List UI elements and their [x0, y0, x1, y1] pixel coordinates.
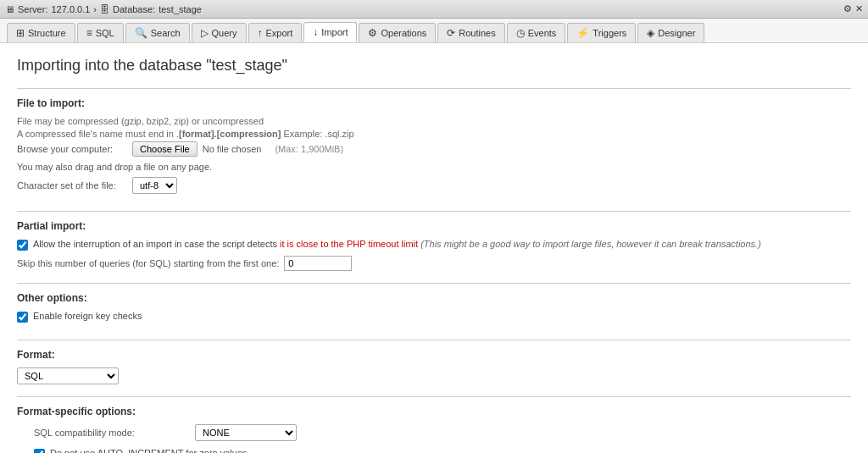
file-import-title: File to import:: [17, 97, 851, 109]
nav-tab-import[interactable]: ↓Import: [303, 22, 357, 42]
close-icon[interactable]: ✕: [855, 3, 863, 14]
format-select-wrap: SQLCSVCSV using LOAD DATAMediawiki Table…: [17, 367, 851, 384]
structure-icon: ⊞: [16, 27, 25, 39]
main-content: Importing into the database "test_stage"…: [0, 43, 868, 453]
file-compress-info: File may be compressed (gzip, bzip2, zip…: [17, 116, 851, 126]
titlebar-server-label: Server:: [18, 4, 47, 14]
triggers-label: Triggers: [593, 28, 626, 38]
foreign-key-checkbox[interactable]: [17, 312, 28, 323]
compat-select[interactable]: NONEANSIDB2MAXDBMYSQL323MYSQL40MSSQLORAC…: [195, 424, 297, 441]
foreign-key-row: Enable foreign key checks: [17, 311, 851, 323]
query-icon: ▷: [201, 27, 209, 39]
nav-tab-routines[interactable]: ⟳Routines: [437, 23, 504, 42]
sql-icon: ≡: [86, 27, 92, 39]
auto-increment-row: Do not use AUTO_INCREMENT for zero value…: [17, 448, 851, 453]
titlebar-db-value: test_stage: [159, 4, 202, 14]
export-icon: ↑: [258, 27, 263, 39]
browse-row: Browse your computer: Choose File No fil…: [17, 141, 851, 157]
max-size-text: (Max: 1,900MiB): [275, 144, 343, 154]
query-label: Query: [212, 28, 237, 38]
settings-icon[interactable]: ⚙: [843, 3, 852, 14]
titlebar-separator: ›: [93, 4, 97, 14]
titlebar-db-icon: 🗄: [100, 4, 109, 14]
format-section: Format: SQLCSVCSV using LOAD DATAMediawi…: [17, 340, 851, 393]
nav-tab-export[interactable]: ↑Export: [248, 23, 303, 42]
page-title: Importing into the database "test_stage": [17, 57, 851, 75]
nav-tab-structure[interactable]: ⊞Structure: [7, 23, 75, 42]
allow-interrupt-checkbox[interactable]: [17, 240, 28, 251]
structure-label: Structure: [28, 28, 66, 38]
import-label: Import: [321, 27, 348, 37]
file-import-section: File to import: File may be compressed (…: [17, 88, 851, 207]
nav-tab-query[interactable]: ▷Query: [192, 23, 247, 42]
other-options-section: Other options: Enable foreign key checks: [17, 283, 851, 336]
choose-file-button[interactable]: Choose File: [132, 141, 198, 157]
allow-interrupt-note: (This might be a good way to import larg…: [420, 239, 761, 249]
file-format-info: A compressed file's name must end in .[f…: [17, 129, 851, 139]
format-select[interactable]: SQLCSVCSV using LOAD DATAMediawiki Table…: [17, 367, 119, 384]
titlebar-db-label: Database:: [113, 4, 155, 14]
events-icon: ◷: [516, 27, 525, 39]
events-label: Events: [528, 28, 557, 38]
auto-increment-checkbox[interactable]: [34, 449, 45, 453]
compat-row: SQL compatibility mode: NONEANSIDB2MAXDB…: [17, 424, 851, 441]
charset-row: Character set of the file: utf-8: [17, 177, 851, 194]
triggers-icon: ⚡: [576, 27, 589, 39]
skip-input[interactable]: [284, 256, 352, 271]
nav-bar: ⊞Structure≡SQL🔍Search▷Query↑Export↓Impor…: [0, 19, 868, 43]
designer-icon: ◈: [647, 27, 654, 39]
nav-tab-triggers[interactable]: ⚡Triggers: [567, 23, 636, 42]
partial-import-title: Partial import:: [17, 220, 851, 232]
allow-interrupt-label: Allow the interruption of an import in c…: [33, 239, 761, 249]
skip-label: Skip this number of queries (for SQL) st…: [17, 258, 279, 268]
skip-queries-row: Skip this number of queries (for SQL) st…: [17, 256, 851, 271]
titlebar: 🖥 Server: 127.0.0.1 › 🗄 Database: test_s…: [0, 0, 868, 19]
titlebar-server-value: 127.0.0.1: [51, 4, 90, 14]
foreign-key-label: Enable foreign key checks: [33, 311, 142, 321]
nav-tab-designer[interactable]: ◈Designer: [637, 23, 704, 42]
designer-label: Designer: [658, 28, 695, 38]
no-file-text: No file chosen: [203, 144, 262, 154]
browse-label: Browse your computer:: [17, 144, 127, 154]
drag-drop-text: You may also drag and drop a file on any…: [17, 162, 851, 172]
nav-tab-events[interactable]: ◷Events: [507, 23, 566, 42]
partial-import-section: Partial import: Allow the interruption o…: [17, 211, 851, 279]
search-label: Search: [151, 28, 181, 38]
php-timeout-link[interactable]: it is close to the PHP timeout limit: [280, 239, 418, 249]
format-specific-title: Format-specific options:: [17, 406, 851, 417]
nav-tab-operations[interactable]: ⚙Operations: [359, 23, 436, 42]
nav-tab-sql[interactable]: ≡SQL: [77, 23, 124, 42]
allow-interrupt-row: Allow the interruption of an import in c…: [17, 239, 851, 251]
nav-tab-search[interactable]: 🔍Search: [125, 23, 190, 42]
titlebar-controls: ⚙ ✕: [843, 3, 863, 14]
charset-select[interactable]: utf-8: [132, 177, 177, 194]
format-specific-section: Format-specific options: SQL compatibili…: [17, 396, 851, 453]
other-options-title: Other options:: [17, 292, 851, 304]
compat-label: SQL compatibility mode:: [34, 428, 186, 438]
routines-icon: ⟳: [447, 27, 455, 39]
export-label: Export: [266, 28, 293, 38]
operations-icon: ⚙: [368, 27, 377, 39]
operations-label: Operations: [381, 28, 426, 38]
import-icon: ↓: [313, 26, 318, 38]
auto-increment-label: Do not use AUTO_INCREMENT for zero value…: [50, 448, 248, 453]
format-title: Format:: [17, 349, 851, 361]
titlebar-server-icon: 🖥: [5, 4, 14, 14]
charset-label: Character set of the file:: [17, 180, 127, 191]
sql-label: SQL: [96, 28, 114, 38]
search-icon: 🔍: [135, 27, 147, 39]
routines-label: Routines: [459, 28, 495, 38]
